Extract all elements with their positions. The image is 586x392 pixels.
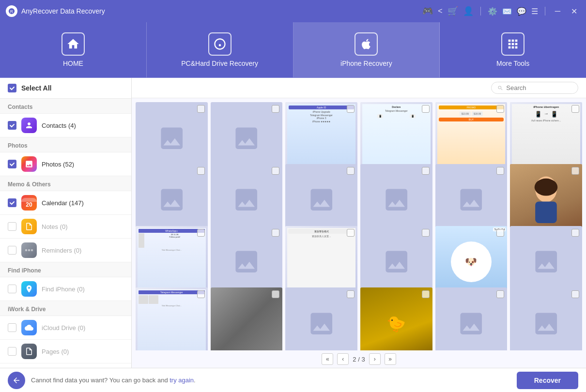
iclouddrive-checkbox[interactable] xyxy=(8,323,16,332)
photo-checkbox-13[interactable] xyxy=(197,229,205,237)
pages-checkbox[interactable] xyxy=(8,347,16,356)
photo-checkbox-14[interactable] xyxy=(272,229,279,237)
photo-grid: Apple ID iPhone UpgradeTelegram Messenge… xyxy=(132,98,586,350)
search-input[interactable] xyxy=(506,84,572,91)
chat-icon[interactable]: 💬 xyxy=(517,7,526,16)
photo-checkbox-20[interactable] xyxy=(272,290,279,298)
nav-more-tools[interactable]: More Tools xyxy=(440,22,586,77)
sidebar: Select All Contacts Contacts (4) Photos … xyxy=(0,78,132,368)
photo-checkbox-19[interactable] xyxy=(197,290,205,298)
check-icon xyxy=(9,122,15,128)
photo-checkbox-3[interactable] xyxy=(347,105,355,113)
calendar-label: Calendar (147) xyxy=(42,199,123,207)
sidebar-item-photos[interactable]: Photos (52) xyxy=(0,152,131,176)
svg-point-3 xyxy=(25,249,28,252)
minimize-button[interactable]: ─ xyxy=(552,6,563,16)
reminders-checkbox[interactable] xyxy=(8,246,16,255)
sidebar-item-calendar[interactable]: 20 Calendar (147) xyxy=(0,191,131,215)
sidebar-item-contacts[interactable]: Contacts (4) xyxy=(0,114,131,137)
screenshot-5: PROMO $13.99 $18.99 BUY xyxy=(435,102,508,174)
photo-checkbox-5[interactable] xyxy=(496,105,504,113)
photo-cell-15[interactable]: 紧急警告模式 紧急联系人设置... xyxy=(285,226,357,298)
photo-checkbox-8[interactable] xyxy=(272,167,279,175)
photo-checkbox-2[interactable] xyxy=(272,105,279,113)
menu-icon[interactable]: ☰ xyxy=(531,7,538,16)
reminder-icon xyxy=(25,246,33,255)
photo-cell-13[interactable]: WhatsApp+ 29 11.3KFollow yeah! Tele Mess… xyxy=(136,226,208,298)
bottom-message: Cannot find data you want? You can go ba… xyxy=(31,377,511,384)
contacts-checkbox[interactable] xyxy=(8,121,16,130)
photo-cell-1[interactable] xyxy=(136,102,208,174)
photo-cell-23[interactable] xyxy=(435,287,508,350)
photo-checkbox-17[interactable] xyxy=(496,229,504,237)
photo-cell-5[interactable]: PROMO $13.99 $18.99 BUY xyxy=(435,102,508,174)
photo-checkbox-15[interactable] xyxy=(347,229,355,237)
prev-page-button[interactable]: ‹ xyxy=(337,353,349,365)
photo-checkbox-16[interactable] xyxy=(422,229,430,237)
photo-checkbox-4[interactable] xyxy=(422,105,430,113)
close-button[interactable]: ✕ xyxy=(568,6,580,17)
photo-checkbox-18[interactable] xyxy=(571,229,579,237)
photo-checkbox-1[interactable] xyxy=(197,105,205,113)
nav-pc-recovery[interactable]: PC&Hard Drive Recovery xyxy=(147,22,293,77)
sidebar-item-notes[interactable]: Notes (0) xyxy=(0,215,131,239)
sidebar-item-findiphone[interactable]: Find iPhone (0) xyxy=(0,277,131,301)
photo-cell-17[interactable]: 🐶 Traffic 2.4 xyxy=(435,226,508,298)
calendar-icon: 20 xyxy=(21,195,37,211)
try-again-link[interactable]: try again xyxy=(170,377,194,384)
photo-cell-21[interactable] xyxy=(285,287,357,350)
photo-cell-12[interactable]: © UltraRepair xyxy=(510,164,582,236)
photo-cell-8[interactable] xyxy=(211,164,283,236)
photo-cell-16[interactable] xyxy=(360,226,432,298)
photo-cell-19[interactable]: Telegram Messenger Tele Messenger Chat..… xyxy=(136,287,208,350)
check-icon xyxy=(9,200,15,206)
next-page-button[interactable]: › xyxy=(369,353,381,365)
discord-icon[interactable]: 🎮 xyxy=(422,6,433,16)
cart-icon[interactable]: 🛒 xyxy=(447,6,458,16)
photo-checkbox-23[interactable] xyxy=(496,290,504,298)
sidebar-item-reminders[interactable]: Reminders (0) xyxy=(0,239,131,262)
first-page-button[interactable]: « xyxy=(322,353,333,365)
photo-cell-4[interactable]: Declare Telegram Messenger 📱 📱 xyxy=(360,102,432,174)
mail-icon[interactable]: ✉️ xyxy=(502,7,512,16)
sidebar-item-iclouddrive[interactable]: iCloud Drive (0) xyxy=(0,316,131,340)
photo-cell-18[interactable] xyxy=(510,226,582,298)
sidebar-item-pages[interactable]: Pages (0) xyxy=(0,340,131,363)
photo-checkbox-9[interactable] xyxy=(347,167,355,175)
pages-label: Pages (0) xyxy=(42,348,123,355)
recover-button[interactable]: Recover xyxy=(517,372,578,389)
photo-checkbox-21[interactable] xyxy=(347,290,355,298)
photo-checkbox-22[interactable] xyxy=(422,290,430,298)
photo-checkbox-6[interactable] xyxy=(571,105,579,113)
user-icon[interactable]: 👤 xyxy=(463,6,474,16)
photo-checkbox-10[interactable] xyxy=(422,167,430,175)
photo-cell-6[interactable]: iPhone übertragen 📱→📱 Auf neues iPhone s… xyxy=(510,102,582,174)
photo-cell-3[interactable]: Apple ID iPhone UpgradeTelegram Messenge… xyxy=(285,102,357,174)
gear-icon[interactable]: ⚙️ xyxy=(488,7,497,16)
search-box[interactable] xyxy=(491,82,578,94)
photo-icon xyxy=(25,160,33,168)
photo-cell-22[interactable]: 🐤 xyxy=(360,287,432,350)
photo-cell-24[interactable] xyxy=(510,287,582,350)
photo-cell-11[interactable] xyxy=(435,164,508,236)
select-all-checkbox[interactable] xyxy=(8,84,16,92)
photos-checkbox[interactable] xyxy=(8,160,16,168)
notes-checkbox[interactable] xyxy=(8,222,16,231)
calendar-checkbox[interactable] xyxy=(8,198,16,207)
photo-cell-7[interactable] xyxy=(136,164,208,236)
share-icon[interactable]: < xyxy=(438,7,442,15)
findiphone-checkbox[interactable] xyxy=(8,285,16,293)
photo-checkbox-12[interactable] xyxy=(571,167,579,175)
photo-cell-20[interactable] xyxy=(211,287,283,350)
photo-cell-2[interactable] xyxy=(211,102,283,174)
photo-checkbox-7[interactable] xyxy=(197,167,205,175)
photo-cell-10[interactable] xyxy=(360,164,432,236)
photo-cell-14[interactable] xyxy=(211,226,283,298)
photo-checkbox-24[interactable] xyxy=(571,290,579,298)
last-page-button[interactable]: » xyxy=(385,353,396,365)
photo-checkbox-11[interactable] xyxy=(496,167,504,175)
nav-home[interactable]: HOME xyxy=(0,22,147,77)
back-button[interactable] xyxy=(8,372,25,389)
nav-iphone-recovery[interactable]: iPhone Recovery xyxy=(293,22,440,77)
photo-cell-9[interactable] xyxy=(285,164,357,236)
